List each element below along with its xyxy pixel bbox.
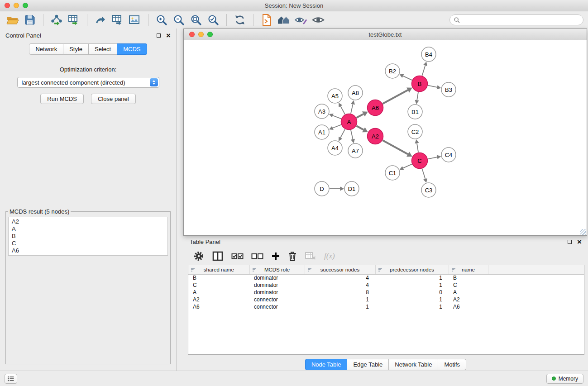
resize-grip[interactable] [580,229,586,235]
zoom-out-button[interactable] [171,13,187,27]
close-table-panel-icon[interactable]: × [577,238,582,246]
table-row[interactable]: A6connector11A6 [188,303,584,310]
export-table-button[interactable] [110,13,126,27]
table-settings-button[interactable] [193,251,204,262]
mcds-result-item[interactable]: A [12,225,164,233]
column-header-mcds-role[interactable]: MCDS role [249,265,305,274]
table-cell: B [449,274,488,281]
graph-edge-A-A8[interactable] [351,104,353,114]
table-row[interactable]: Bdominator41B [188,274,584,281]
zoom-fit-button[interactable] [188,13,204,27]
search-input[interactable] [463,17,579,24]
select-all-button[interactable] [231,251,244,261]
tab-node-table[interactable]: Node Table [305,359,348,370]
network-canvas[interactable]: B4B2BB3A5A8A6A3B1AC2A1A2A4A7C4CC1C3DD1 [184,40,587,235]
close-button[interactable] [5,3,10,8]
graph-edge-C-C4[interactable] [428,157,437,159]
close-panel-button[interactable]: Close panel [91,94,136,104]
tab-network[interactable]: Network [29,43,63,55]
memory-button[interactable]: Memory [546,374,583,384]
table-row[interactable]: Cdominator41C [188,281,584,289]
table-cell: A [188,289,249,296]
network-export-icon [95,14,106,26]
zoom-check-icon [207,14,219,26]
graph-edge-C-C3[interactable] [422,169,425,179]
tab-mcds[interactable]: MCDS [117,43,147,55]
save-session-button[interactable] [22,13,38,27]
table-row[interactable]: Adominator80A [188,289,584,296]
import-network-button[interactable] [48,13,65,27]
table-cell: dominator [249,281,305,289]
export-network-button[interactable] [92,13,109,27]
unchecked-boxes-icon [251,251,263,261]
add-column-button[interactable] [271,252,280,261]
graph-edge-A-A3[interactable] [333,115,341,119]
graph-edge-A6-B[interactable] [382,90,408,104]
table-cell: A2 [449,296,488,303]
column-header-name[interactable]: name [449,265,488,274]
network-close-button[interactable] [189,32,195,37]
refresh-view-button[interactable] [232,13,248,27]
style-preview-button[interactable] [293,13,309,27]
tab-motifs[interactable]: Motifs [438,359,466,370]
table-cell: 1 [375,281,449,289]
tab-network-table[interactable]: Network Table [389,359,438,370]
document-action-button[interactable] [258,13,275,27]
close-panel-icon[interactable]: × [166,32,171,39]
optimization-dropdown[interactable]: largest connected component (directed) [17,77,159,88]
graph-edge-B-B1[interactable] [417,92,418,100]
tab-style[interactable]: Style [63,43,89,55]
column-header-shared-name[interactable]: shared name [188,265,249,274]
graph-node-label: C2 [411,129,419,135]
zoom-fit-icon [190,14,202,26]
graph-edge-C-C1[interactable] [403,164,412,168]
tab-select[interactable]: Select [89,43,117,55]
graph-edge-C-C2[interactable] [417,143,418,152]
mcds-result-item[interactable]: B [12,233,164,240]
tab-edge-table[interactable]: Edge Table [347,359,389,370]
show-columns-button[interactable] [212,251,224,261]
delete-column-button[interactable] [288,251,297,262]
table-cell: A [449,289,488,296]
open-file-button[interactable] [5,13,21,27]
show-hide-button[interactable] [310,13,326,27]
table-row[interactable]: A2connector11A2 [188,296,584,303]
search-field[interactable] [449,14,583,25]
refresh-icon [234,14,246,26]
float-panel-icon[interactable] [157,33,161,38]
column-sort-icon [451,267,456,272]
export-image-button[interactable] [127,13,143,27]
zoom-in-button[interactable] [153,13,170,27]
import-table-button[interactable] [66,13,82,27]
zoom-button[interactable] [23,3,28,8]
graph-edge-A-A2[interactable] [356,126,363,130]
mcds-result-item[interactable]: C [12,240,164,247]
network-zoom-button[interactable] [207,32,213,37]
graph-edge-A2-C[interactable] [382,140,408,154]
table-cell: A2 [188,296,249,303]
graph-edge-B-B2[interactable] [403,76,412,80]
task-history-button[interactable] [5,374,17,384]
mcds-result-item[interactable]: A2 [12,218,164,225]
graph-edge-B-B3[interactable] [428,86,437,87]
graph-edge-A-A1[interactable] [333,125,341,128]
graph-edge-A-A7[interactable] [351,130,353,139]
minimize-button[interactable] [14,3,19,8]
column-header-successor-nodes[interactable]: successor nodes [305,265,375,274]
zoom-in-icon [156,14,167,26]
run-mcds-button[interactable]: Run MCDS [40,94,84,104]
unselect-all-button[interactable] [251,251,263,261]
home-views-button[interactable] [276,13,292,27]
graph-node-label: B3 [445,86,452,93]
float-table-panel-icon[interactable] [568,240,572,244]
zoom-selected-button[interactable] [205,13,221,27]
column-sort-icon [191,267,196,272]
graph-edge-A-A5[interactable] [340,106,345,114]
graph-edge-B-B4[interactable] [422,66,425,76]
table-cell: C [449,281,488,289]
mcds-result-item[interactable]: A6 [12,247,164,254]
graph-edge-A-A6[interactable] [356,114,363,118]
column-header-predecessor-nodes[interactable]: predecessor nodes [375,265,449,274]
graph-edge-A-A4[interactable] [340,129,345,138]
network-minimize-button[interactable] [198,32,204,37]
